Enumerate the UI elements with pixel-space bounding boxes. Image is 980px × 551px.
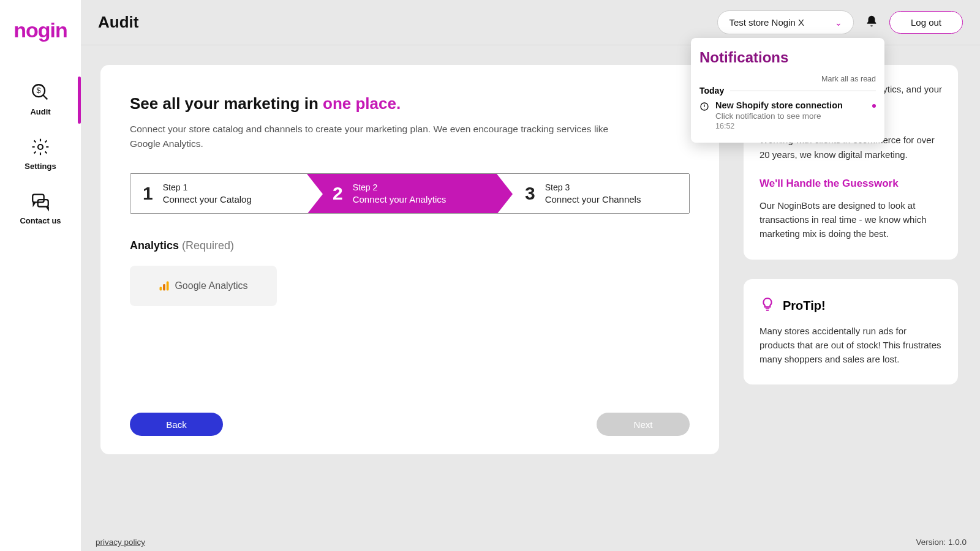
info-block-guesswork: We'll Handle the Guesswork Our NoginBots… [760, 178, 942, 241]
notifications-day-header: Today [699, 86, 876, 96]
gear-icon [29, 136, 51, 158]
notification-time: 16:52 [715, 122, 867, 130]
step-label: Connect your Analytics [353, 194, 447, 204]
sidebar-nav: $ Audit Settings [0, 73, 81, 236]
next-button[interactable]: Next [597, 413, 690, 436]
section-label-required: (Required) [179, 239, 234, 252]
step-label: Connect your Channels [545, 194, 641, 204]
logout-button[interactable]: Log out [889, 11, 963, 34]
store-selector[interactable]: Test store Nogin X ⌄ [717, 10, 854, 34]
sidebar-item-label: Settings [24, 162, 56, 171]
footer: privacy policy Version: 1.0.0 [96, 538, 967, 551]
version-label: Version: 1.0.0 [916, 538, 967, 551]
back-button[interactable]: Back [130, 413, 223, 436]
svg-point-2 [38, 144, 43, 149]
notification-body: New Shopify store connection Click notif… [715, 100, 867, 130]
svg-rect-4 [38, 200, 48, 206]
info-body: Our NoginBots are designed to look at tr… [760, 198, 942, 241]
notifications-title: Notifications [699, 49, 876, 66]
mark-all-read[interactable]: Mark all as read [699, 75, 876, 83]
headline-part-b: one place. [323, 94, 401, 113]
step-number: 1 [143, 183, 153, 204]
sidebar-item-contact[interactable]: Contact us [0, 182, 81, 236]
lightbulb-icon [760, 296, 775, 315]
info-heading: We'll Handle the Guesswork [760, 178, 942, 190]
step-caption: Step 3 [545, 182, 641, 192]
topbar-right: Test store Nogin X ⌄ Log out [717, 10, 963, 34]
dollar-magnify-icon: $ [29, 81, 51, 103]
notifications-button[interactable] [862, 12, 881, 32]
stepper: 1 Step 1 Connect your Catalog 2 Step 2 C… [130, 173, 690, 214]
chevron-down-icon: ⌄ [835, 18, 842, 28]
section-label: Analytics (Required) [130, 239, 690, 252]
headline-part-a: See all your marketing in [130, 94, 323, 113]
sidebar: nogin $ Audit Settings [0, 0, 81, 551]
page-title: Audit [98, 13, 138, 32]
protip-title: ProTip! [783, 299, 826, 313]
sidebar-item-label: Contact us [20, 216, 61, 225]
notification-subtitle: Click notification to see more [715, 111, 867, 121]
sidebar-item-settings[interactable]: Settings [0, 127, 81, 182]
chat-icon [29, 190, 51, 212]
protip-card: ProTip! Many stores accidentally run ads… [744, 279, 958, 385]
alert-circle-icon [699, 102, 710, 130]
step-caption: Step 1 [163, 182, 252, 192]
svg-rect-6 [164, 284, 166, 291]
step-3[interactable]: 3 Step 3 Connect your Channels [497, 174, 689, 213]
unread-dot-icon [872, 104, 876, 108]
notification-item[interactable]: New Shopify store connection Click notif… [699, 100, 876, 130]
provider-google-analytics[interactable]: Google Analytics [130, 266, 277, 306]
step-number: 3 [525, 183, 535, 204]
step-number: 2 [333, 183, 343, 204]
svg-rect-7 [167, 282, 169, 291]
google-analytics-icon [159, 280, 170, 291]
main-card: See all your marketing in one place. Con… [100, 65, 719, 454]
protip-body: Many stores accidentally run ads for pro… [760, 324, 942, 367]
subheadline: Connect your store catalog and channels … [130, 122, 638, 151]
step-label: Connect your Catalog [163, 194, 252, 204]
notifications-day-label: Today [699, 86, 724, 96]
protip-heading: ProTip! [760, 296, 942, 315]
sidebar-item-label: Audit [30, 107, 50, 116]
step-caption: Step 2 [353, 182, 447, 192]
button-row: Back Next [130, 413, 690, 436]
privacy-link[interactable]: privacy policy [96, 538, 145, 551]
sidebar-item-audit[interactable]: $ Audit [0, 73, 81, 127]
step-1[interactable]: 1 Step 1 Connect your Catalog [130, 174, 307, 213]
notifications-panel: Notifications Mark all as read Today New… [691, 38, 884, 143]
bell-icon [865, 15, 878, 28]
headline: See all your marketing in one place. [130, 94, 690, 113]
svg-text:$: $ [37, 86, 41, 95]
section-label-bold: Analytics [130, 239, 179, 252]
brand-logo: nogin [13, 18, 67, 42]
step-2[interactable]: 2 Step 2 Connect your Analytics [307, 174, 497, 213]
svg-rect-5 [160, 287, 162, 291]
notification-title: New Shopify store connection [715, 100, 867, 110]
divider [730, 91, 876, 91]
store-selected-label: Test store Nogin X [729, 17, 804, 28]
provider-label: Google Analytics [175, 280, 247, 291]
